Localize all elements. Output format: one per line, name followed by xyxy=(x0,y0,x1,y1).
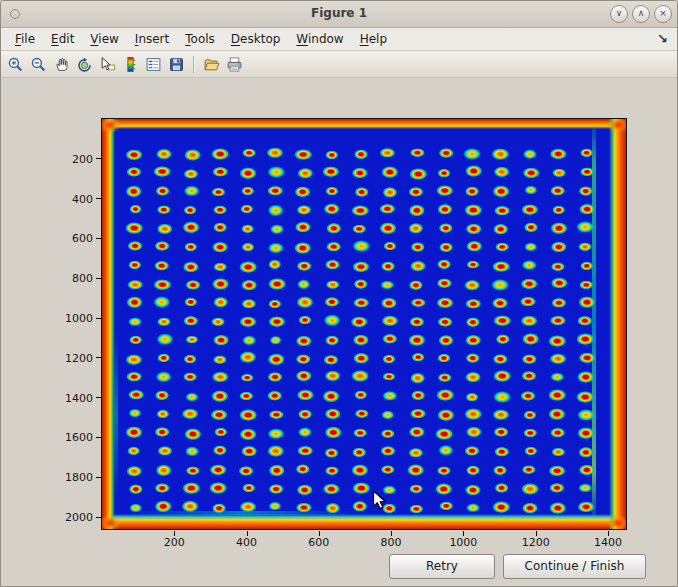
spot xyxy=(550,148,566,159)
spot xyxy=(241,280,257,291)
menu-tools[interactable]: Tools xyxy=(177,29,223,49)
spot xyxy=(241,187,255,196)
spot xyxy=(129,335,143,344)
spot xyxy=(294,242,312,254)
spot xyxy=(352,335,368,346)
menu-bar: FileEditViewInsertToolsDesktopWindowHelp… xyxy=(1,28,677,51)
spot xyxy=(127,466,142,477)
y-tick-mark xyxy=(96,238,101,239)
spot xyxy=(268,372,283,382)
toolbar xyxy=(1,51,677,78)
toolbar-print-button[interactable] xyxy=(223,53,246,75)
toolbar-save-button[interactable] xyxy=(165,53,188,75)
spot xyxy=(579,464,595,475)
spot xyxy=(326,187,339,196)
spot xyxy=(522,260,537,270)
retry-button[interactable]: Retry xyxy=(389,554,495,579)
spot xyxy=(438,223,452,233)
spot xyxy=(493,501,510,513)
spot xyxy=(323,484,339,495)
toolbar-zoom-in-button[interactable] xyxy=(4,53,27,75)
toolbar-data-cursor-button[interactable] xyxy=(96,53,119,75)
spot xyxy=(182,408,199,419)
close-button[interactable]: × xyxy=(654,5,672,23)
menu-window[interactable]: Window xyxy=(288,29,351,49)
plot-axes[interactable]: 2004006008001000120014001600180020002004… xyxy=(101,118,627,530)
spot xyxy=(549,502,566,514)
toolbar-legend-button[interactable] xyxy=(142,53,165,75)
dock-icon[interactable]: ↘ xyxy=(657,31,668,46)
spot xyxy=(408,223,423,233)
spot xyxy=(155,390,169,399)
spot xyxy=(577,333,594,345)
spot xyxy=(437,278,451,288)
spot xyxy=(494,370,512,382)
menu-mnemonic: I xyxy=(135,32,139,46)
spot xyxy=(354,187,369,197)
toolbar-rotate-3d-button[interactable] xyxy=(73,53,96,75)
spot xyxy=(437,297,454,308)
y-tick-label: 1200 xyxy=(65,351,93,364)
spot xyxy=(269,484,284,494)
spot xyxy=(382,390,397,400)
menu-help[interactable]: Help xyxy=(352,29,395,49)
spot xyxy=(408,334,425,346)
spot xyxy=(551,278,567,289)
spot xyxy=(524,186,537,195)
continue-finish-button[interactable]: Continue / Finish xyxy=(503,554,646,579)
minimize-button[interactable]: ∨ xyxy=(610,5,628,23)
spot xyxy=(550,353,567,364)
y-tick-mark xyxy=(96,357,101,358)
menu-view[interactable]: View xyxy=(82,29,126,49)
spot xyxy=(268,502,281,511)
toolbar-zoom-out-button[interactable] xyxy=(27,53,50,75)
spot xyxy=(522,333,540,345)
spot xyxy=(437,260,451,269)
spot xyxy=(492,409,509,421)
toolbar-colorbar-button[interactable] xyxy=(119,53,142,75)
spot xyxy=(578,447,593,457)
spot xyxy=(155,371,172,382)
maximize-button[interactable]: ∧ xyxy=(632,5,650,23)
menu-desktop[interactable]: Desktop xyxy=(223,29,289,49)
spot xyxy=(579,296,596,308)
spot xyxy=(213,297,229,308)
menu-edit[interactable]: Edit xyxy=(43,29,82,49)
spot xyxy=(324,370,341,381)
window-controls: ∨∧× xyxy=(610,5,672,23)
rotate-3d-icon xyxy=(76,56,93,73)
menu-mnemonic: T xyxy=(185,32,190,46)
spot xyxy=(411,391,425,400)
menu-mnemonic: D xyxy=(231,32,240,46)
y-tick-mark xyxy=(96,198,101,199)
spot xyxy=(241,446,257,457)
spot xyxy=(465,204,482,216)
spot xyxy=(183,482,200,494)
spot xyxy=(126,354,143,366)
spot xyxy=(298,427,312,437)
spot xyxy=(381,429,395,439)
spot xyxy=(127,447,141,456)
spot xyxy=(466,393,479,402)
menu-insert[interactable]: Insert xyxy=(127,29,177,49)
toolbar-pan-button[interactable] xyxy=(50,53,73,75)
x-tick-label: 800 xyxy=(381,536,402,549)
spot xyxy=(157,353,171,362)
spot xyxy=(551,298,566,308)
spot xyxy=(212,148,230,160)
spot xyxy=(213,335,229,346)
y-tick-mark xyxy=(96,437,101,438)
spot xyxy=(297,389,313,400)
spot xyxy=(129,504,143,513)
spot xyxy=(550,222,567,234)
spot xyxy=(382,355,395,364)
titlebar[interactable]: Figure 1 ∨∧× xyxy=(1,1,677,28)
spot xyxy=(437,466,451,476)
spot xyxy=(210,464,227,475)
toolbar-open-button[interactable] xyxy=(200,53,223,75)
spot xyxy=(351,205,368,217)
spot xyxy=(352,501,367,511)
spot xyxy=(324,408,341,419)
menu-file[interactable]: File xyxy=(7,29,43,49)
spot xyxy=(354,353,370,364)
